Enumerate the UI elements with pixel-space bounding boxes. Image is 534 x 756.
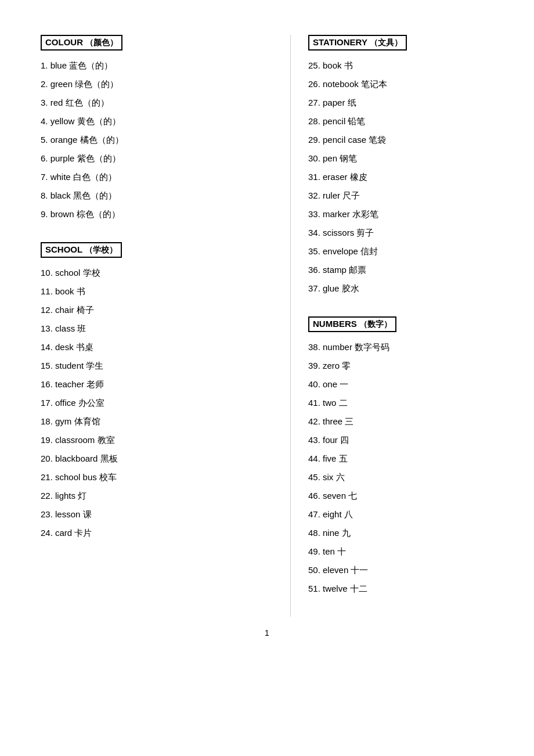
list-item: 10. school 学校 <box>41 266 273 280</box>
list-item: 41. two 二 <box>308 396 493 410</box>
section-header-english: SCHOOL <box>45 244 82 254</box>
section-header-chinese: （数字） <box>359 319 392 329</box>
section-school: SCHOOL（学校）10. school 学校11. book 书12. cha… <box>41 242 273 540</box>
section-header-english: NUMBERS <box>313 319 357 329</box>
list-item: 15. student 学生 <box>41 359 273 373</box>
list-item: 31. eraser 橡皮 <box>308 170 493 184</box>
list-item: 49. ten 十 <box>308 545 493 559</box>
list-item: 20. blackboard 黑板 <box>41 452 273 466</box>
section-header-stationery: STATIONERY（文具） <box>308 35 407 51</box>
list-item: 34. scissors 剪子 <box>308 226 493 240</box>
list-item: 33. marker 水彩笔 <box>308 207 493 221</box>
section-header-colour: COLOUR（颜色） <box>41 35 122 51</box>
list-item: 43. four 四 <box>308 433 493 447</box>
section-header-school: SCHOOL（学校） <box>41 242 122 258</box>
list-item: 40. one 一 <box>308 377 493 391</box>
list-item: 38. number 数字号码 <box>308 340 493 354</box>
column-divider <box>290 35 291 617</box>
list-item: 25. book 书 <box>308 59 493 73</box>
vocab-list-school: 10. school 学校11. book 书12. chair 椅子13. c… <box>41 266 273 540</box>
vocab-list-stationery: 25. book 书26. notebook 笔记本27. paper 纸28.… <box>308 59 493 296</box>
list-item: 8. black 黑色（的） <box>41 189 273 203</box>
section-header-chinese: （学校） <box>85 245 117 254</box>
list-item: 4. yellow 黄色（的） <box>41 114 273 128</box>
list-item: 6. purple 紫色（的） <box>41 152 273 165</box>
vocab-list-colour: 1. blue 蓝色（的）2. green 绿色（的）3. red 红色（的）4… <box>41 59 273 221</box>
list-item: 29. pencil case 笔袋 <box>308 133 493 147</box>
list-item: 37. glue 胶水 <box>308 282 493 296</box>
section-numbers: NUMBERS（数字）38. number 数字号码39. zero 零40. … <box>308 316 493 596</box>
list-item: 13. class 班 <box>41 322 273 336</box>
list-item: 42. three 三 <box>308 415 493 429</box>
list-item: 51. twelve 十二 <box>308 582 493 596</box>
list-item: 36. stamp 邮票 <box>308 263 493 277</box>
list-item: 11. book 书 <box>41 285 273 298</box>
section-header-chinese: （文具） <box>370 38 402 47</box>
list-item: 28. pencil 铅笔 <box>308 114 493 128</box>
list-item: 3. red 红色（的） <box>41 96 273 110</box>
list-item: 27. paper 纸 <box>308 96 493 110</box>
right-column: STATIONERY（文具）25. book 书26. notebook 笔记本… <box>297 35 493 617</box>
list-item: 19. classroom 教室 <box>41 433 273 447</box>
section-colour: COLOUR（颜色）1. blue 蓝色（的）2. green 绿色（的）3. … <box>41 35 273 221</box>
section-header-numbers: NUMBERS（数字） <box>308 316 396 332</box>
section-header-english: STATIONERY <box>313 37 367 47</box>
list-item: 44. five 五 <box>308 452 493 466</box>
list-item: 18. gym 体育馆 <box>41 415 273 429</box>
list-item: 9. brown 棕色（的） <box>41 207 273 221</box>
list-item: 47. eight 八 <box>308 507 493 521</box>
list-item: 32. ruler 尺子 <box>308 189 493 203</box>
list-item: 5. orange 橘色（的） <box>41 133 273 147</box>
vocab-list-numbers: 38. number 数字号码39. zero 零40. one 一41. tw… <box>308 340 493 596</box>
list-item: 14. desk 书桌 <box>41 340 273 354</box>
list-item: 45. six 六 <box>308 470 493 484</box>
list-item: 17. office 办公室 <box>41 396 273 410</box>
list-item: 35. envelope 信封 <box>308 244 493 258</box>
list-item: 26. notebook 笔记本 <box>308 77 493 91</box>
page-number: 1 <box>41 628 493 638</box>
list-item: 50. eleven 十一 <box>308 563 493 577</box>
left-column: COLOUR（颜色）1. blue 蓝色（的）2. green 绿色（的）3. … <box>41 35 284 617</box>
section-header-chinese: （颜色） <box>85 38 118 47</box>
list-item: 1. blue 蓝色（的） <box>41 59 273 73</box>
list-item: 7. white 白色（的） <box>41 170 273 184</box>
section-header-english: COLOUR <box>45 37 83 47</box>
list-item: 22. lights 灯 <box>41 489 273 503</box>
list-item: 21. school bus 校车 <box>41 470 273 484</box>
list-item: 12. chair 椅子 <box>41 303 273 317</box>
list-item: 24. card 卡片 <box>41 526 273 540</box>
list-item: 23. lesson 课 <box>41 507 273 521</box>
list-item: 16. teacher 老师 <box>41 377 273 391</box>
list-item: 2. green 绿色（的） <box>41 77 273 91</box>
list-item: 46. seven 七 <box>308 489 493 503</box>
list-item: 39. zero 零 <box>308 359 493 373</box>
section-stationery: STATIONERY（文具）25. book 书26. notebook 笔记本… <box>308 35 493 296</box>
list-item: 30. pen 钢笔 <box>308 152 493 165</box>
page-layout: COLOUR（颜色）1. blue 蓝色（的）2. green 绿色（的）3. … <box>41 35 493 617</box>
list-item: 48. nine 九 <box>308 526 493 540</box>
